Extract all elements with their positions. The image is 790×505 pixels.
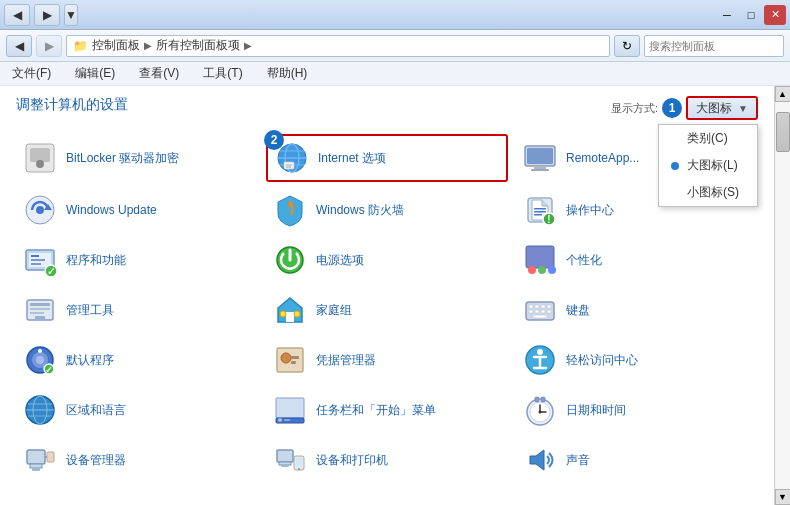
personalize-icon: [522, 242, 558, 278]
chevron-down-icon: ▼: [738, 103, 748, 114]
svg-rect-3: [38, 160, 42, 166]
svg-rect-81: [535, 397, 539, 402]
scroll-thumb[interactable]: [776, 112, 790, 152]
grid-item-keyboard[interactable]: 键盘: [516, 288, 758, 332]
back-button[interactable]: ◀: [4, 4, 30, 26]
breadcrumb-sep2: ▶: [244, 40, 252, 51]
taskbar-icon: [272, 392, 308, 428]
svg-point-18: [36, 206, 44, 214]
scroll-up-button[interactable]: ▲: [775, 86, 791, 102]
menu-help[interactable]: 帮助(H): [263, 63, 312, 84]
badge-1: 1: [662, 98, 682, 118]
power-icon: [272, 242, 308, 278]
grid-item-datetime[interactable]: 日期和时间: [516, 388, 758, 432]
search-input[interactable]: [649, 40, 787, 52]
grid-item-credentials[interactable]: 凭据管理器: [266, 338, 508, 382]
svg-rect-1: [30, 148, 50, 162]
grid-item-devices[interactable]: 设备和打印机: [266, 438, 508, 482]
svg-rect-90: [281, 465, 289, 467]
item-label-credentials: 凭据管理器: [316, 352, 376, 369]
item-label-action: 操作中心: [566, 202, 614, 219]
grid-item-bitlocker[interactable]: BitLocker 驱动器加密: [16, 134, 258, 182]
svg-rect-46: [529, 305, 533, 308]
dropdown-item-small[interactable]: 小图标(S): [659, 179, 757, 206]
breadcrumb-item[interactable]: 控制面板: [92, 37, 140, 54]
item-label-programs: 程序和功能: [66, 252, 126, 269]
svg-point-36: [548, 266, 556, 274]
svg-rect-27: [31, 255, 39, 257]
scroll-track[interactable]: [776, 102, 790, 489]
dropdown-item-large[interactable]: 大图标(L): [659, 152, 757, 179]
content-area: 调整计算机的设置 显示方式: 1 大图标 ▼ 类别(C): [0, 86, 774, 505]
close-button[interactable]: ✕: [764, 5, 786, 25]
grid-item-programs[interactable]: ✓ 程序和功能: [16, 238, 258, 282]
svg-rect-48: [541, 305, 545, 308]
item-label-easeaccess: 轻松访问中心: [566, 352, 638, 369]
svg-rect-47: [535, 305, 539, 308]
minimize-button[interactable]: ─: [716, 5, 738, 25]
default-icon: ✓: [22, 342, 58, 378]
grid-item-firewall[interactable]: Windows 防火墙: [266, 188, 508, 232]
grid-item-homegroup[interactable]: 家庭组: [266, 288, 508, 332]
svg-point-74: [278, 418, 282, 422]
forward-nav-button[interactable]: ▶: [36, 35, 62, 57]
grid-item-sound[interactable]: 声音: [516, 438, 758, 482]
svg-rect-41: [35, 316, 45, 320]
grid-item-taskbar[interactable]: 任务栏和「开始」菜单: [266, 388, 508, 432]
easeaccess-icon: [522, 342, 558, 378]
view-selector-area: 显示方式: 1 大图标 ▼ 类别(C): [611, 96, 758, 120]
homegroup-icon: [272, 292, 308, 328]
svg-rect-29: [31, 263, 41, 265]
devices-icon: [272, 442, 308, 478]
menu-file[interactable]: 文件(F): [8, 63, 55, 84]
grid-item-default[interactable]: ✓ 默认程序: [16, 338, 258, 382]
svg-rect-52: [541, 310, 545, 313]
datetime-icon: [522, 392, 558, 428]
grid-item-personalize[interactable]: 个性化: [516, 238, 758, 282]
grid-item-power[interactable]: 电源选项: [266, 238, 508, 282]
back-nav-button[interactable]: ◀: [6, 35, 32, 57]
credentials-icon: [272, 342, 308, 378]
grid-item-internet[interactable]: 2 Internet: [266, 134, 508, 182]
badge-2: 2: [264, 130, 284, 150]
item-label-admin: 管理工具: [66, 302, 114, 319]
address-bar: ◀ ▶ 📁 控制面板 ▶ 所有控制面板项 ▶ ↻ 🔍: [0, 30, 790, 62]
title-bar-left: ◀ ▶ ▼: [4, 4, 78, 26]
search-box[interactable]: 🔍: [644, 35, 784, 57]
svg-rect-63: [291, 356, 299, 359]
svg-rect-89: [279, 462, 291, 465]
devmanager-icon: [22, 442, 58, 478]
item-label-firewall: Windows 防火墙: [316, 202, 404, 219]
svg-text:✓: ✓: [45, 365, 53, 375]
item-label-power: 电源选项: [316, 252, 364, 269]
svg-point-66: [537, 349, 543, 355]
forward-button[interactable]: ▶: [34, 4, 60, 26]
item-label-wupdate: Windows Update: [66, 203, 157, 217]
grid-item-wupdate[interactable]: Windows Update: [16, 188, 258, 232]
breadcrumb-item[interactable]: 所有控制面板项: [156, 37, 240, 54]
svg-point-34: [528, 266, 536, 274]
svg-rect-54: [533, 315, 547, 318]
svg-rect-15: [531, 169, 549, 171]
menu-view[interactable]: 查看(V): [135, 63, 183, 84]
refresh-button[interactable]: ↻: [614, 35, 640, 57]
dropdown-item-category[interactable]: 类别(C): [659, 125, 757, 152]
item-label-taskbar: 任务栏和「开始」菜单: [316, 402, 436, 419]
maximize-button[interactable]: □: [740, 5, 762, 25]
grid-item-easeaccess[interactable]: 轻松访问中心: [516, 338, 758, 382]
bitlocker-icon: [22, 140, 58, 176]
grid-item-devmanager[interactable]: 设备管理器: [16, 438, 258, 482]
grid-item-region[interactable]: 区域和语言: [16, 388, 258, 432]
dot-empty: [671, 135, 679, 143]
nav-dropdown-button[interactable]: ▼: [64, 4, 78, 26]
menu-tools[interactable]: 工具(T): [199, 63, 246, 84]
view-dropdown-menu: 类别(C) 大图标(L) 小图标(S): [658, 124, 758, 207]
address-breadcrumb[interactable]: 📁 控制面板 ▶ 所有控制面板项 ▶: [66, 35, 610, 57]
view-label-prefix: 显示方式:: [611, 101, 658, 116]
svg-rect-39: [30, 308, 50, 310]
menu-edit[interactable]: 编辑(E): [71, 63, 119, 84]
scroll-down-button[interactable]: ▼: [775, 489, 791, 505]
grid-item-admin[interactable]: 管理工具: [16, 288, 258, 332]
view-dropdown-button[interactable]: 大图标 ▼: [686, 96, 758, 120]
view-label: 大图标: [696, 100, 732, 117]
